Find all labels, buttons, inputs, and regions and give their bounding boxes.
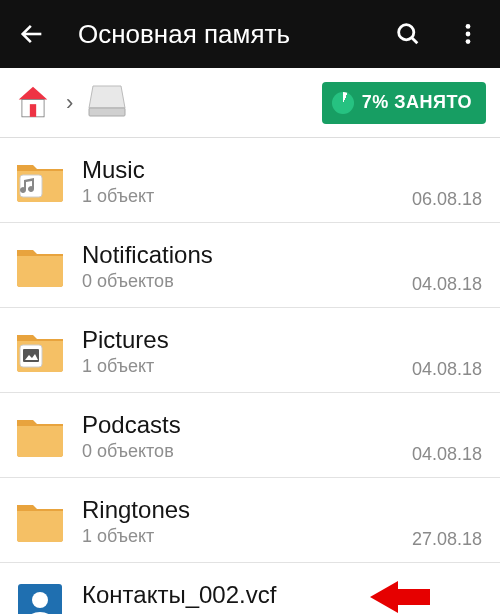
storage-usage-label: 7% ЗАНЯТО <box>362 92 472 113</box>
item-date: 04.08.18 <box>412 359 482 380</box>
breadcrumb-home-button[interactable] <box>14 82 52 124</box>
item-info: Pictures1 объект <box>82 326 412 377</box>
folder-pictures-icon <box>14 325 66 377</box>
item-subtitle: 0 объектов <box>82 441 412 462</box>
svg-point-1 <box>466 24 471 29</box>
search-icon <box>394 20 422 48</box>
item-date: 06.08.18 <box>412 189 482 210</box>
back-arrow-icon <box>18 20 46 48</box>
item-info: Music1 объект <box>82 156 412 207</box>
item-info: Ringtones1 объект <box>82 496 412 547</box>
contacts-file-icon <box>14 580 66 614</box>
home-icon <box>14 82 52 120</box>
highlight-arrow-icon <box>370 581 430 613</box>
breadcrumb-drive-button[interactable] <box>87 84 127 122</box>
item-subtitle: 1 объект <box>82 186 412 207</box>
breadcrumb-bar: › 7% ЗАНЯТО <box>0 68 500 138</box>
item-name: Ringtones <box>82 496 412 524</box>
item-date: 27.08.18 <box>412 529 482 550</box>
item-subtitle: 1 объект <box>82 526 412 547</box>
back-button[interactable] <box>12 14 52 54</box>
item-subtitle: 1,85 КБ <box>82 611 412 615</box>
overflow-menu-button[interactable] <box>448 14 488 54</box>
folder-icon <box>14 495 66 547</box>
svg-point-2 <box>466 32 471 37</box>
list-item[interactable]: Ringtones1 объект27.08.18 <box>0 478 500 563</box>
item-info: Podcasts0 объектов <box>82 411 412 462</box>
page-title: Основная память <box>78 19 368 50</box>
search-button[interactable] <box>388 14 428 54</box>
svg-rect-6 <box>89 108 125 116</box>
folder-icon <box>14 410 66 462</box>
storage-usage-chip[interactable]: 7% ЗАНЯТО <box>322 82 486 124</box>
svg-rect-9 <box>23 349 39 362</box>
item-name: Podcasts <box>82 411 412 439</box>
list-item[interactable]: Podcasts0 объектов04.08.18 <box>0 393 500 478</box>
folder-music-icon <box>14 155 66 207</box>
item-name: Контакты_002.vcf <box>82 581 412 609</box>
svg-rect-5 <box>30 104 36 117</box>
item-subtitle: 1 объект <box>82 356 412 377</box>
svg-point-12 <box>32 592 48 608</box>
item-name: Music <box>82 156 412 184</box>
svg-point-0 <box>399 25 414 40</box>
chevron-right-icon: › <box>66 90 73 116</box>
item-date: 04.08.18 <box>412 274 482 295</box>
svg-rect-7 <box>20 175 42 197</box>
pie-usage-icon <box>332 92 354 114</box>
file-list: Music1 объект06.08.18Notifications0 объе… <box>0 138 500 614</box>
drive-icon <box>87 84 127 118</box>
svg-point-3 <box>466 39 471 44</box>
item-name: Pictures <box>82 326 412 354</box>
more-vert-icon <box>455 21 481 47</box>
list-item[interactable]: Pictures1 объект04.08.18 <box>0 308 500 393</box>
item-name: Notifications <box>82 241 412 269</box>
list-item[interactable]: Контакты_002.vcf1,85 КБ14.09.18 <box>0 563 500 614</box>
list-item[interactable]: Notifications0 объектов04.08.18 <box>0 223 500 308</box>
list-item[interactable]: Music1 объект06.08.18 <box>0 138 500 223</box>
item-info: Notifications0 объектов <box>82 241 412 292</box>
item-info: Контакты_002.vcf1,85 КБ <box>82 581 412 615</box>
item-subtitle: 0 объектов <box>82 271 412 292</box>
item-date: 04.08.18 <box>412 444 482 465</box>
app-toolbar: Основная память <box>0 0 500 68</box>
folder-icon <box>14 240 66 292</box>
